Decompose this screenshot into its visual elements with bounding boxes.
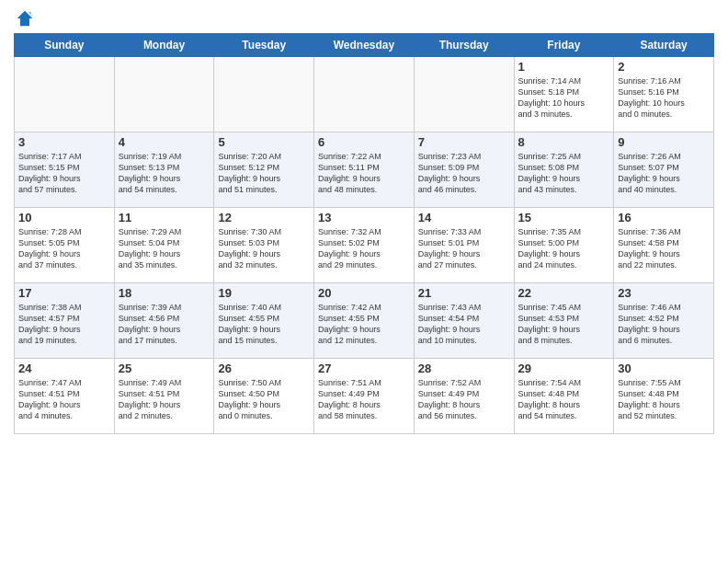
day-number: 26 [218, 362, 310, 375]
day-info: Sunrise: 7:19 AM Sunset: 5:13 PM Dayligh… [119, 151, 210, 196]
day-number: 3 [18, 135, 110, 149]
logo [14, 9, 34, 28]
calendar-week-row: 3Sunrise: 7:17 AM Sunset: 5:15 PM Daylig… [15, 132, 714, 208]
calendar-cell [114, 57, 214, 132]
day-number: 27 [318, 362, 410, 375]
day-number: 10 [18, 211, 110, 224]
calendar-cell [15, 57, 115, 132]
calendar-cell: 25Sunrise: 7:49 AM Sunset: 4:51 PM Dayli… [114, 359, 214, 434]
calendar-body: 1Sunrise: 7:14 AM Sunset: 5:18 PM Daylig… [15, 57, 714, 434]
calendar-table: SundayMondayTuesdayWednesdayThursdayFrid… [14, 33, 714, 434]
day-number: 1 [518, 60, 610, 74]
calendar-cell: 12Sunrise: 7:30 AM Sunset: 5:03 PM Dayli… [214, 208, 314, 283]
day-number: 23 [618, 286, 710, 300]
day-number: 17 [18, 286, 110, 300]
day-number: 15 [518, 211, 610, 224]
day-number: 21 [418, 286, 510, 300]
day-number: 8 [518, 135, 610, 149]
calendar-cell: 1Sunrise: 7:14 AM Sunset: 5:18 PM Daylig… [514, 57, 614, 132]
calendar-cell: 2Sunrise: 7:16 AM Sunset: 5:16 PM Daylig… [614, 57, 714, 132]
day-info: Sunrise: 7:25 AM Sunset: 5:08 PM Dayligh… [518, 151, 610, 196]
day-number: 2 [618, 60, 710, 74]
calendar-cell: 4Sunrise: 7:19 AM Sunset: 5:13 PM Daylig… [114, 132, 214, 208]
calendar-cell: 30Sunrise: 7:55 AM Sunset: 4:48 PM Dayli… [614, 359, 714, 434]
calendar-cell [314, 57, 415, 132]
calendar-cell: 18Sunrise: 7:39 AM Sunset: 4:56 PM Dayli… [114, 283, 214, 359]
calendar-cell: 8Sunrise: 7:25 AM Sunset: 5:08 PM Daylig… [514, 132, 614, 208]
calendar-cell: 24Sunrise: 7:47 AM Sunset: 4:51 PM Dayli… [15, 359, 115, 434]
calendar-cell: 5Sunrise: 7:20 AM Sunset: 5:12 PM Daylig… [214, 132, 314, 208]
day-number: 14 [418, 211, 510, 224]
calendar-cell: 13Sunrise: 7:32 AM Sunset: 5:02 PM Dayli… [314, 208, 415, 283]
calendar-cell: 3Sunrise: 7:17 AM Sunset: 5:15 PM Daylig… [15, 132, 115, 208]
calendar-week-row: 17Sunrise: 7:38 AM Sunset: 4:57 PM Dayli… [15, 283, 714, 359]
calendar-cell: 22Sunrise: 7:45 AM Sunset: 4:53 PM Dayli… [514, 283, 614, 359]
page-container: SundayMondayTuesdayWednesdayThursdayFrid… [0, 0, 728, 443]
calendar-cell: 10Sunrise: 7:28 AM Sunset: 5:05 PM Dayli… [15, 208, 115, 283]
calendar-cell: 6Sunrise: 7:22 AM Sunset: 5:11 PM Daylig… [314, 132, 415, 208]
calendar-week-row: 1Sunrise: 7:14 AM Sunset: 5:18 PM Daylig… [15, 57, 714, 132]
day-info: Sunrise: 7:16 AM Sunset: 5:16 PM Dayligh… [618, 75, 710, 121]
day-info: Sunrise: 7:45 AM Sunset: 4:53 PM Dayligh… [518, 302, 610, 347]
day-info: Sunrise: 7:49 AM Sunset: 4:51 PM Dayligh… [119, 377, 210, 422]
day-info: Sunrise: 7:26 AM Sunset: 5:07 PM Dayligh… [618, 151, 710, 196]
day-info: Sunrise: 7:35 AM Sunset: 5:00 PM Dayligh… [518, 226, 610, 271]
day-info: Sunrise: 7:39 AM Sunset: 4:56 PM Dayligh… [119, 302, 210, 347]
day-info: Sunrise: 7:42 AM Sunset: 4:55 PM Dayligh… [318, 302, 410, 347]
calendar-week-row: 24Sunrise: 7:47 AM Sunset: 4:51 PM Dayli… [15, 359, 714, 434]
calendar-cell: 23Sunrise: 7:46 AM Sunset: 4:52 PM Dayli… [614, 283, 714, 359]
calendar-cell: 26Sunrise: 7:50 AM Sunset: 4:50 PM Dayli… [214, 359, 314, 434]
calendar-cell: 27Sunrise: 7:51 AM Sunset: 4:49 PM Dayli… [314, 359, 415, 434]
header [14, 9, 714, 28]
day-info: Sunrise: 7:22 AM Sunset: 5:11 PM Dayligh… [318, 151, 410, 196]
calendar-cell [414, 57, 514, 132]
day-info: Sunrise: 7:28 AM Sunset: 5:05 PM Dayligh… [18, 226, 110, 271]
day-info: Sunrise: 7:32 AM Sunset: 5:02 PM Dayligh… [318, 226, 410, 271]
calendar-cell: 20Sunrise: 7:42 AM Sunset: 4:55 PM Dayli… [314, 283, 415, 359]
day-info: Sunrise: 7:20 AM Sunset: 5:12 PM Dayligh… [218, 151, 310, 196]
day-info: Sunrise: 7:33 AM Sunset: 5:01 PM Dayligh… [418, 226, 510, 271]
day-info: Sunrise: 7:38 AM Sunset: 4:57 PM Dayligh… [18, 302, 110, 347]
calendar-cell: 14Sunrise: 7:33 AM Sunset: 5:01 PM Dayli… [414, 208, 514, 283]
calendar-cell: 21Sunrise: 7:43 AM Sunset: 4:54 PM Dayli… [414, 283, 514, 359]
day-number: 13 [318, 211, 410, 224]
day-number: 16 [618, 211, 710, 224]
calendar-cell: 9Sunrise: 7:26 AM Sunset: 5:07 PM Daylig… [614, 132, 714, 208]
calendar-cell: 28Sunrise: 7:52 AM Sunset: 4:49 PM Dayli… [414, 359, 514, 434]
day-number: 25 [119, 362, 210, 375]
day-of-week-header: Sunday [15, 34, 115, 57]
day-info: Sunrise: 7:50 AM Sunset: 4:50 PM Dayligh… [218, 377, 310, 422]
day-number: 11 [119, 211, 210, 224]
calendar-cell: 15Sunrise: 7:35 AM Sunset: 5:00 PM Dayli… [514, 208, 614, 283]
day-number: 24 [18, 362, 110, 375]
day-info: Sunrise: 7:52 AM Sunset: 4:49 PM Dayligh… [418, 377, 510, 422]
days-of-week-row: SundayMondayTuesdayWednesdayThursdayFrid… [15, 34, 714, 57]
day-info: Sunrise: 7:30 AM Sunset: 5:03 PM Dayligh… [218, 226, 310, 271]
day-number: 12 [218, 211, 310, 224]
day-number: 30 [618, 362, 710, 375]
calendar-cell: 29Sunrise: 7:54 AM Sunset: 4:48 PM Dayli… [514, 359, 614, 434]
day-info: Sunrise: 7:40 AM Sunset: 4:55 PM Dayligh… [218, 302, 310, 347]
day-info: Sunrise: 7:54 AM Sunset: 4:48 PM Dayligh… [518, 377, 610, 422]
day-number: 28 [418, 362, 510, 375]
day-number: 20 [318, 286, 410, 300]
day-info: Sunrise: 7:51 AM Sunset: 4:49 PM Dayligh… [318, 377, 410, 422]
day-info: Sunrise: 7:17 AM Sunset: 5:15 PM Dayligh… [18, 151, 110, 196]
day-number: 5 [218, 135, 310, 149]
calendar-cell: 16Sunrise: 7:36 AM Sunset: 4:58 PM Dayli… [614, 208, 714, 283]
day-number: 18 [119, 286, 210, 300]
day-info: Sunrise: 7:43 AM Sunset: 4:54 PM Dayligh… [418, 302, 510, 347]
day-number: 19 [218, 286, 310, 300]
day-number: 29 [518, 362, 610, 375]
calendar-week-row: 10Sunrise: 7:28 AM Sunset: 5:05 PM Dayli… [15, 208, 714, 283]
calendar-cell: 11Sunrise: 7:29 AM Sunset: 5:04 PM Dayli… [114, 208, 214, 283]
day-info: Sunrise: 7:23 AM Sunset: 5:09 PM Dayligh… [418, 151, 510, 196]
day-of-week-header: Friday [514, 34, 614, 57]
day-of-week-header: Tuesday [214, 34, 314, 57]
day-of-week-header: Thursday [414, 34, 514, 57]
day-of-week-header: Wednesday [314, 34, 415, 57]
calendar-cell: 17Sunrise: 7:38 AM Sunset: 4:57 PM Dayli… [15, 283, 115, 359]
logo-icon [16, 9, 34, 28]
day-info: Sunrise: 7:47 AM Sunset: 4:51 PM Dayligh… [18, 377, 110, 422]
day-number: 22 [518, 286, 610, 300]
